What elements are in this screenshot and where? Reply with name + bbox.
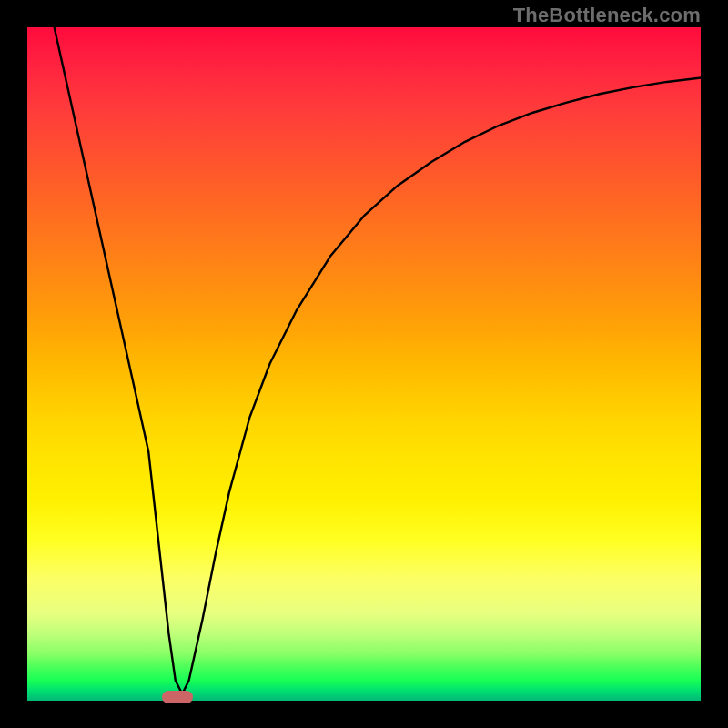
watermark-text: TheBottleneck.com	[513, 4, 701, 27]
plot-area	[27, 27, 701, 701]
bottleneck-curve	[27, 27, 701, 701]
chart-frame: TheBottleneck.com	[0, 0, 728, 728]
curve-path	[55, 27, 701, 694]
minimum-marker	[162, 691, 193, 703]
